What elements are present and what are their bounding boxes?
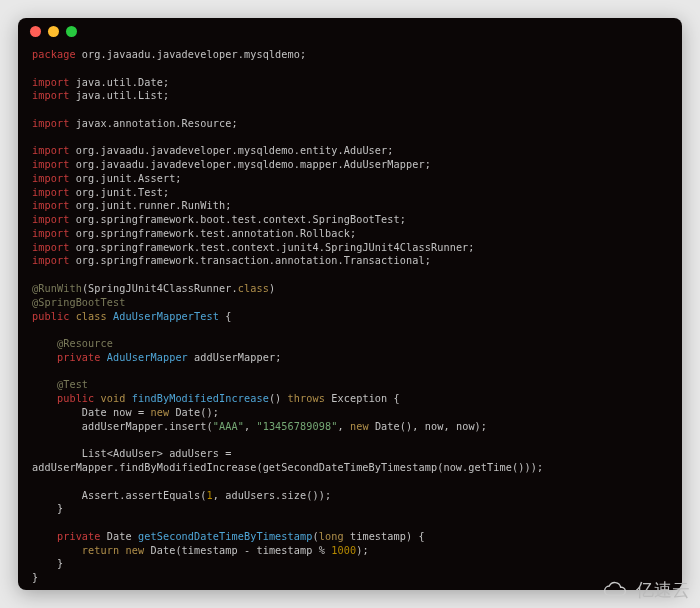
call: Date(timestamp - timestamp % <box>150 545 331 556</box>
modifier-public: public <box>32 311 76 322</box>
param: timestamp) { <box>350 531 425 542</box>
brace: } <box>32 572 38 583</box>
keyword-class: class <box>76 311 107 322</box>
paren: ) <box>269 283 275 294</box>
keyword-import: import <box>32 77 69 88</box>
keyword-throws: throws <box>288 393 325 404</box>
number: 1000 <box>331 545 356 556</box>
end: ); <box>356 545 368 556</box>
cloud-icon <box>600 581 632 599</box>
method-name: getSecondDateTimeByTimestamp <box>138 531 313 542</box>
import-path: org.springframework.boot.test.context.Sp… <box>69 214 406 225</box>
keyword-import: import <box>32 228 69 239</box>
type: AduUserMapper <box>107 352 188 363</box>
keyword-new: new <box>126 545 151 556</box>
window-titlebar <box>18 18 682 44</box>
assign: aduUsers = <box>169 448 231 459</box>
import-path: org.javaadu.javadeveloper.mysqldemo.mapp… <box>69 159 431 170</box>
comma: , <box>244 421 256 432</box>
string: "AAA" <box>213 421 244 432</box>
param-type: long <box>319 531 350 542</box>
code-window: package org.javaadu.javadeveloper.mysqld… <box>18 18 682 590</box>
string: "13456789098" <box>256 421 337 432</box>
parens: () <box>269 393 288 404</box>
annotation-springboottest: @SpringBootTest <box>32 297 126 308</box>
maximize-icon[interactable] <box>66 26 77 37</box>
import-path: org.springframework.transaction.annotati… <box>69 255 431 266</box>
return-type: void <box>101 393 132 404</box>
annotation-runwith: @RunWith <box>32 283 82 294</box>
variable: addUserMapper; <box>188 352 282 363</box>
keyword-import: import <box>32 90 69 101</box>
brace: } <box>32 558 63 569</box>
return-type: Date <box>107 531 138 542</box>
import-path: org.javaadu.javadeveloper.mysqldemo.enti… <box>69 145 393 156</box>
keyword-import: import <box>32 173 69 184</box>
rest: Date(), now, now); <box>375 421 487 432</box>
comma: , <box>337 421 349 432</box>
method-name: findByModifiedIncrease <box>132 393 269 404</box>
keyword-import: import <box>32 118 69 129</box>
rest: , aduUsers.size()); <box>213 490 331 501</box>
annotation-resource: @Resource <box>32 338 113 349</box>
modifier-public: public <box>32 393 101 404</box>
import-path: java.util.Date; <box>69 77 169 88</box>
import-path: org.springframework.test.context.junit4.… <box>69 242 474 253</box>
import-path: org.springframework.test.annotation.Roll… <box>69 228 356 239</box>
assign: now = <box>113 407 150 418</box>
import-path: org.junit.Test; <box>69 187 169 198</box>
class-ref: SpringJUnit4ClassRunner <box>88 283 231 294</box>
type: Date <box>32 407 113 418</box>
keyword-new: new <box>150 407 175 418</box>
code-editor: package org.javaadu.javadeveloper.mysqld… <box>18 44 682 590</box>
exception: Exception { <box>325 393 400 404</box>
keyword-import: import <box>32 145 69 156</box>
call: Date(); <box>175 407 219 418</box>
import-path: org.junit.runner.RunWith; <box>69 200 231 211</box>
keyword-import: import <box>32 159 69 170</box>
minimize-icon[interactable] <box>48 26 59 37</box>
watermark-text: 亿速云 <box>636 578 690 602</box>
modifier-private: private <box>32 531 107 542</box>
keyword-import: import <box>32 214 69 225</box>
call: addUserMapper.findByModifiedIncrease(get… <box>32 462 543 473</box>
import-path: org.junit.Assert; <box>69 173 181 184</box>
brace: } <box>32 503 63 514</box>
keyword-package: package <box>32 49 76 60</box>
class-name: AduUserMapperTest <box>107 311 225 322</box>
keyword-import: import <box>32 242 69 253</box>
type: List<AduUser> <box>32 448 169 459</box>
keyword-import: import <box>32 255 69 266</box>
keyword-new: new <box>350 421 375 432</box>
import-path: javax.annotation.Resource; <box>69 118 237 129</box>
package-name: org.javaadu.javadeveloper.mysqldemo; <box>76 49 307 60</box>
keyword-return: return <box>32 545 126 556</box>
call: addUserMapper.insert( <box>32 421 213 432</box>
modifier-private: private <box>32 352 107 363</box>
watermark: 亿速云 <box>600 578 690 602</box>
call: Assert.assertEquals( <box>32 490 207 501</box>
keyword-import: import <box>32 187 69 198</box>
brace: { <box>225 311 231 322</box>
keyword-import: import <box>32 200 69 211</box>
import-path: java.util.List; <box>69 90 169 101</box>
annotation-test: @Test <box>32 379 88 390</box>
close-icon[interactable] <box>30 26 41 37</box>
keyword-class: class <box>238 283 269 294</box>
